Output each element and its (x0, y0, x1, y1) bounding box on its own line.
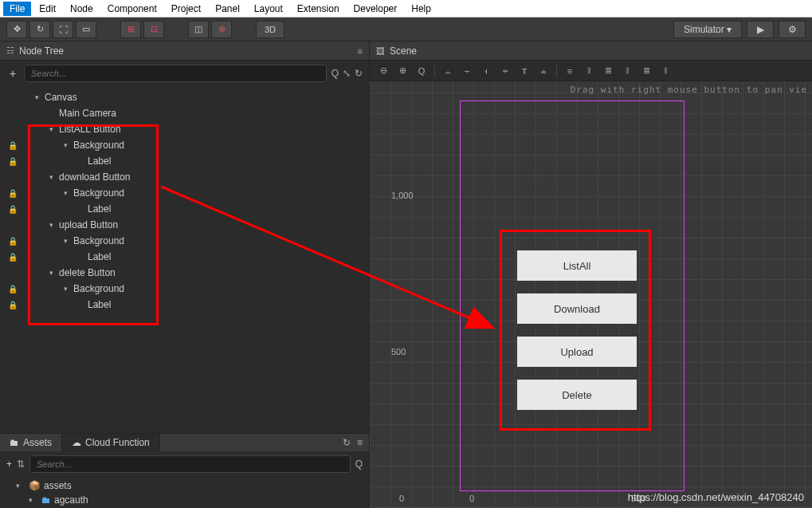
tree-node[interactable]: ▾ListALL Button (0, 121, 369, 137)
menu-node[interactable]: Node (64, 2, 100, 16)
rect-tool-icon[interactable]: ▭ (76, 21, 96, 38)
add-asset-button[interactable]: + (6, 459, 12, 470)
3d-toggle-button[interactable]: 3D (256, 21, 284, 38)
tree-node[interactable]: ▾download Button (0, 169, 369, 185)
asset-search-box[interactable] (29, 455, 351, 473)
lock-icon: 🔒 (8, 141, 19, 150)
add-node-button[interactable]: + (6, 67, 19, 80)
refresh-icon[interactable]: ↻ (355, 68, 363, 79)
expand-icon[interactable]: ▾ (64, 285, 73, 293)
tree-node[interactable]: 🔒Label (0, 297, 369, 313)
menu-extension[interactable]: Extension (291, 2, 346, 16)
tree-node[interactable]: ▾Canvas (0, 89, 369, 105)
distribute-icon-3[interactable]: ≣ (599, 63, 617, 79)
tree-node[interactable]: Main Camera (0, 105, 369, 121)
zoom-in-icon[interactable]: ⊕ (394, 63, 411, 79)
distribute-icon-5[interactable]: ≣ (637, 63, 655, 79)
zoom-out-icon[interactable]: ⊖ (375, 63, 392, 79)
tree-node[interactable]: 🔒▾Background (0, 137, 369, 153)
expand-icon[interactable]: ▾ (64, 141, 73, 149)
tree-node[interactable]: 🔒▾Background (0, 233, 369, 249)
expand-icon[interactable]: ▾ (16, 482, 25, 490)
expand-icon[interactable]: ▾ (64, 189, 73, 197)
lock-icon: 🔒 (8, 301, 19, 309)
node-label: Background (73, 283, 124, 294)
node-label: Canvas (45, 92, 77, 103)
menu-panel[interactable]: Panel (209, 2, 246, 16)
simulator-dropdown[interactable]: Simulator ▾ (673, 21, 742, 38)
watermark: https://blog.csdn.net/weixin_44708240 (628, 491, 804, 503)
sort-icon[interactable]: ⇅ (17, 459, 25, 470)
distribute-h-icon[interactable]: ≡ (561, 63, 579, 79)
ruler-y-1000: 1,000 (391, 191, 414, 200)
tree-node[interactable]: 🔒▾Background (0, 281, 369, 297)
expand-icon[interactable]: ▾ (49, 173, 59, 181)
asset-search-input[interactable] (37, 459, 343, 469)
listall-button[interactable]: ListAll (517, 250, 637, 281)
zoom-fit-icon[interactable]: Q (413, 63, 430, 79)
expand-icon[interactable]: ▾ (64, 237, 73, 245)
expand-icon[interactable]: ▾ (29, 496, 38, 504)
play-button[interactable]: ▶ (747, 21, 774, 38)
expand-icon[interactable]: ▾ (49, 125, 59, 133)
rotate-tool-icon[interactable]: ↻ (29, 21, 50, 38)
scene-header: 🖼 Scene (370, 41, 812, 61)
node-label: Label (88, 251, 111, 262)
align-center-h-icon[interactable]: ⫟ (458, 63, 476, 79)
scale-tool-icon[interactable]: ⛶ (53, 21, 73, 38)
asset-item[interactable]: ▾🖿agcauth (6, 493, 363, 507)
menu-assets-icon[interactable]: ≡ (357, 437, 363, 448)
delete-button[interactable]: Delete (517, 380, 637, 410)
node-search-box[interactable] (24, 65, 327, 82)
upload-button[interactable]: Upload (517, 337, 637, 367)
distribute-icon-4[interactable]: ⦀ (618, 63, 636, 79)
scene-canvas[interactable]: Drag with right mouse button to pan vie … (370, 81, 812, 508)
menu-project[interactable]: Project (165, 2, 207, 16)
toolbar: ✥ ↻ ⛶ ▭ ⊞ ⊡ ◫ ⊕ 3D Simulator ▾ ▶ ⚙ (0, 18, 812, 41)
tree-node[interactable]: ▾delete Button (0, 265, 369, 281)
tree-icon: ☷ (6, 45, 14, 56)
node-label: Background (73, 235, 124, 246)
settings-button[interactable]: ⚙ (779, 21, 806, 38)
align-center-v-icon[interactable]: ⫪ (516, 63, 533, 79)
tab-assets[interactable]: 🖿 Assets (0, 434, 62, 451)
download-button[interactable]: Download (517, 293, 637, 324)
menu-developer[interactable]: Developer (347, 2, 404, 16)
search-icon[interactable]: Q (331, 68, 339, 79)
pivot-tool-icon[interactable]: ⊡ (143, 21, 164, 38)
lock-icon: 🔒 (8, 253, 19, 262)
align-right-icon[interactable]: ⫞ (477, 63, 495, 79)
tree-node[interactable]: 🔒Label (0, 201, 369, 217)
tree-node[interactable]: ▾upload Button (0, 217, 369, 233)
expand-icon[interactable]: ▾ (49, 221, 59, 229)
node-search-input[interactable] (31, 69, 320, 78)
menu-help[interactable]: Help (405, 2, 437, 16)
scene-toolbar: ⊖ ⊕ Q ⫠ ⫟ ⫞ ⫧ ⫪ ⫨ ≡ ⦀ ≣ ⦀ ≣ ⦀ (370, 61, 812, 81)
align-top-icon[interactable]: ⫧ (496, 63, 514, 79)
asset-item[interactable]: ▾📦assets (6, 478, 363, 493)
align-left-icon[interactable]: ⫠ (439, 63, 457, 79)
local-tool-icon[interactable]: ◫ (188, 21, 209, 38)
menu-icon[interactable]: ≡ (358, 46, 363, 56)
move-tool-icon[interactable]: ✥ (6, 21, 27, 38)
distribute-icon-6[interactable]: ⦀ (657, 63, 674, 79)
node-label: download Button (59, 171, 130, 183)
asset-search-icon[interactable]: Q (355, 459, 363, 470)
refresh-assets-icon[interactable]: ↻ (343, 437, 351, 448)
tree-node[interactable]: 🔒Label (0, 249, 369, 265)
world-tool-icon[interactable]: ⊕ (211, 21, 232, 38)
distribute-v-icon[interactable]: ⦀ (580, 63, 598, 79)
collapse-icon[interactable]: ⤡ (343, 68, 351, 79)
align-bottom-icon[interactable]: ⫨ (535, 63, 552, 79)
menu-file[interactable]: File (3, 2, 31, 16)
menu-layout[interactable]: Layout (248, 2, 289, 16)
menu-edit[interactable]: Edit (33, 2, 62, 16)
tree-node[interactable]: 🔒▾Background (0, 185, 369, 201)
tab-cloud-function[interactable]: ☁ Cloud Function (62, 434, 160, 451)
expand-icon[interactable]: ▾ (49, 269, 59, 277)
menu-component[interactable]: Component (101, 2, 163, 16)
folder-icon: 🖿 (10, 437, 19, 448)
anchor-tool-icon[interactable]: ⊞ (120, 21, 141, 38)
expand-icon[interactable]: ▾ (35, 93, 45, 101)
tree-node[interactable]: 🔒Label (0, 153, 369, 169)
